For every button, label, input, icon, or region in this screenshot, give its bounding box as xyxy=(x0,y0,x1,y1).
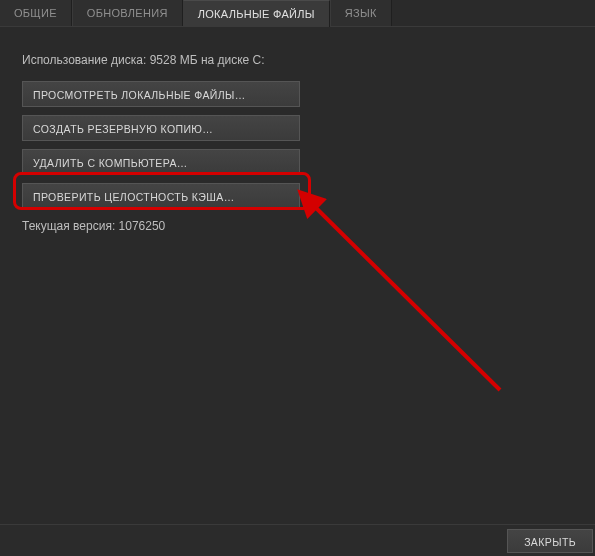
tab-updates[interactable]: ОБНОВЛЕНИЯ xyxy=(72,0,183,26)
delete-local-button[interactable]: УДАЛИТЬ С КОМПЬЮТЕРА… xyxy=(22,149,300,175)
current-version-text: Текущая версия: 1076250 xyxy=(22,219,573,233)
tab-language[interactable]: ЯЗЫК xyxy=(330,0,392,26)
verify-cache-button[interactable]: ПРОВЕРИТЬ ЦЕЛОСТНОСТЬ КЭША… xyxy=(22,183,300,209)
tab-general[interactable]: ОБЩИЕ xyxy=(0,0,72,26)
backup-game-button[interactable]: СОЗДАТЬ РЕЗЕРВНУЮ КОПИЮ… xyxy=(22,115,300,141)
content-panel: Использование диска: 9528 МБ на диске C:… xyxy=(0,27,595,233)
browse-local-files-button[interactable]: ПРОСМОТРЕТЬ ЛОКАЛЬНЫЕ ФАЙЛЫ… xyxy=(22,81,300,107)
disk-usage-text: Использование диска: 9528 МБ на диске C: xyxy=(22,53,573,67)
tab-bar: ОБЩИЕ ОБНОВЛЕНИЯ ЛОКАЛЬНЫЕ ФАЙЛЫ ЯЗЫК xyxy=(0,0,595,27)
tab-local-files[interactable]: ЛОКАЛЬНЫЕ ФАЙЛЫ xyxy=(183,0,330,27)
close-button[interactable]: ЗАКРЫТЬ xyxy=(507,529,593,553)
footer-bar: ЗАКРЫТЬ xyxy=(0,524,595,556)
